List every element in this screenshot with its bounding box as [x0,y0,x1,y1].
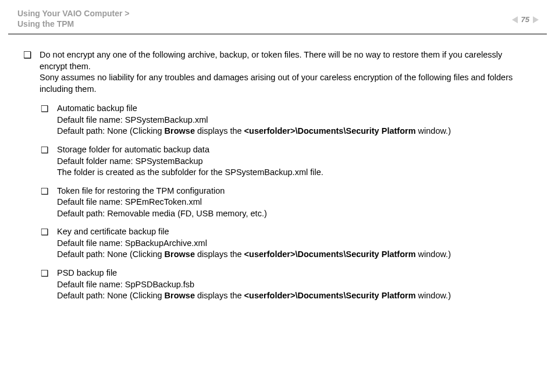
item-line: Default folder name: SPSystemBackup [57,156,532,168]
bullet-icon: ❑ [41,144,49,179]
item-line: Default file name: SPEmRecToken.xml [57,197,532,208]
text: displays the [195,126,244,136]
breadcrumb-subsection[interactable]: Using the TPM [17,19,74,28]
breadcrumb-section[interactable]: Using Your VAIO Computer [17,9,122,18]
item-line: Default path: None (Clicking Browse disp… [57,126,532,137]
text: window.) [416,250,451,259]
bullet-icon: ❑ [23,49,31,95]
list-item: ❑ Key and certificate backup file Defaul… [41,226,532,261]
list-item: ❑ Token file for restoring the TPM confi… [41,186,532,220]
item-title: Token file for restoring the TPM configu… [57,186,532,197]
item-line: Default file name: SPSystemBackup.xml [57,115,532,126]
top-level-item: ❑ Do not encrypt any one of the followin… [23,49,532,95]
text: Default path: None (Clicking [57,291,165,300]
path-label: <userfolder>\Documents\Security Platform [244,291,416,300]
text: window.) [416,126,451,136]
next-page-icon[interactable] [533,16,539,23]
page: Using Your VAIO Computer > Using the TPM… [0,0,555,392]
breadcrumb-line-2: Using the TPM [17,19,538,29]
item-line: Default file name: SpBackupArchive.xml [57,238,532,250]
page-number: 75 [520,15,531,24]
list-item-body: Key and certificate backup file Default … [57,226,532,261]
sublist: ❑ Automatic backup file Default file nam… [41,103,532,301]
item-line: Default path: Removable media (FD, USB m… [57,208,532,220]
intro-paragraph-2: Sony assumes no liability for any troubl… [40,72,532,95]
text: window.) [416,291,451,300]
item-title: PSD backup file [57,268,532,279]
browse-label: Browse [165,250,195,259]
list-item-body: Automatic backup file Default file name:… [57,103,532,137]
content: ❑ Do not encrypt any one of the followin… [0,34,555,302]
browse-label: Browse [165,291,195,300]
path-label: <userfolder>\Documents\Security Platform [244,250,416,259]
page-navigation: 75 [512,15,539,24]
bullet-icon: ❑ [41,268,49,302]
prev-page-icon[interactable] [512,16,518,23]
bullet-icon: ❑ [41,103,49,137]
list-item: ❑ PSD backup file Default file name: SpP… [41,268,532,302]
item-line: The folder is created as the subfolder f… [57,167,532,179]
intro-paragraph-1: Do not encrypt any one of the following … [40,49,532,72]
list-item-body: Token file for restoring the TPM configu… [57,186,532,220]
item-title: Automatic backup file [57,103,532,115]
bullet-icon: ❑ [41,226,49,261]
item-line: Default file name: SpPSDBackup.fsb [57,279,532,291]
list-item: ❑ Automatic backup file Default file nam… [41,103,532,137]
list-item-body: Storage folder for automatic backup data… [57,144,532,179]
text: displays the [195,291,244,300]
text: Default path: None (Clicking [57,126,165,136]
item-line: Default path: None (Clicking Browse disp… [57,290,532,302]
list-item-body: PSD backup file Default file name: SpPSD… [57,268,532,302]
item-line: Default path: None (Clicking Browse disp… [57,249,532,261]
item-title: Storage folder for automatic backup data [57,144,532,156]
text: Default path: None (Clicking [57,250,165,259]
breadcrumb: Using Your VAIO Computer > Using the TPM [17,8,538,29]
item-title: Key and certificate backup file [57,226,532,238]
breadcrumb-line-1: Using Your VAIO Computer > [17,8,538,19]
browse-label: Browse [165,126,195,136]
bullet-icon: ❑ [41,186,49,220]
path-label: <userfolder>\Documents\Security Platform [244,126,416,136]
header: Using Your VAIO Computer > Using the TPM… [0,0,555,34]
list-item: ❑ Storage folder for automatic backup da… [41,144,532,179]
top-level-body: Do not encrypt any one of the following … [40,49,532,95]
breadcrumb-separator: > [124,9,129,18]
text: displays the [195,250,244,259]
